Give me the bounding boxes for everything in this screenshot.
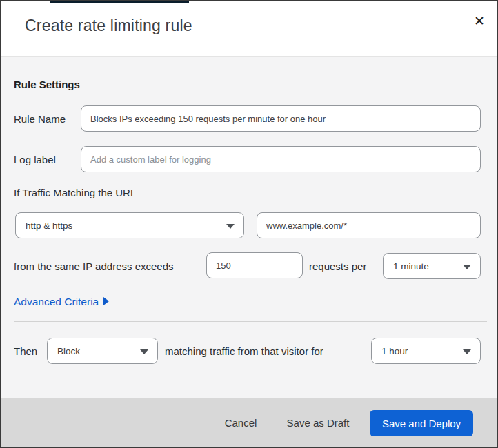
chevron-right-icon [103,297,109,305]
match-heading: If Traffic Matching the URL [14,187,136,198]
chevron-down-icon [463,265,471,269]
advanced-criteria-label: Advanced Criteria [14,296,99,307]
duration-select[interactable]: 1 hour [371,338,481,364]
threshold-text-before: from the same IP address exceeds [14,261,174,272]
log-label-label: Log label [14,154,56,165]
action-select-value: Block [57,346,80,356]
url-pattern-input[interactable] [257,212,481,238]
threshold-text-after: requests per [309,261,366,272]
chevron-down-icon [140,349,148,354]
scheme-select-value: http & https [26,221,72,231]
section-divider [14,321,487,322]
rule-name-input[interactable] [81,105,481,132]
chevron-down-icon [226,224,235,229]
modal-header: Create rate limiting rule ✕ [1,3,497,56]
period-select[interactable]: 1 minute [383,253,481,279]
request-count-input[interactable] [206,252,303,278]
action-text-before: Then [14,345,37,357]
scheme-select[interactable]: http & https [15,212,244,238]
save-as-draft-button[interactable]: Save as Draft [279,410,357,436]
save-and-deploy-button[interactable]: Save and Deploy [370,410,473,436]
modal-body: Rule Settings Rule Name Log label If Tra… [1,56,497,398]
rate-limit-modal: Create rate limiting rule ✕ Rule Setting… [0,0,498,448]
section-heading: Rule Settings [14,79,80,90]
modal-footer: Cancel Save as Draft Save and Deploy [1,398,497,447]
cancel-button[interactable]: Cancel [208,410,273,436]
rule-name-label: Rule Name [14,113,66,125]
chevron-down-icon [463,349,471,354]
close-icon[interactable]: ✕ [470,12,488,30]
duration-select-value: 1 hour [381,346,408,356]
action-text-after: matching traffic from that visitor for [165,345,323,357]
modal-title: Create rate limiting rule [25,17,192,35]
advanced-criteria-link[interactable]: Advanced Criteria [14,296,109,308]
action-select[interactable]: Block [47,338,158,364]
log-label-input[interactable] [81,146,481,172]
period-select-value: 1 minute [393,261,429,272]
